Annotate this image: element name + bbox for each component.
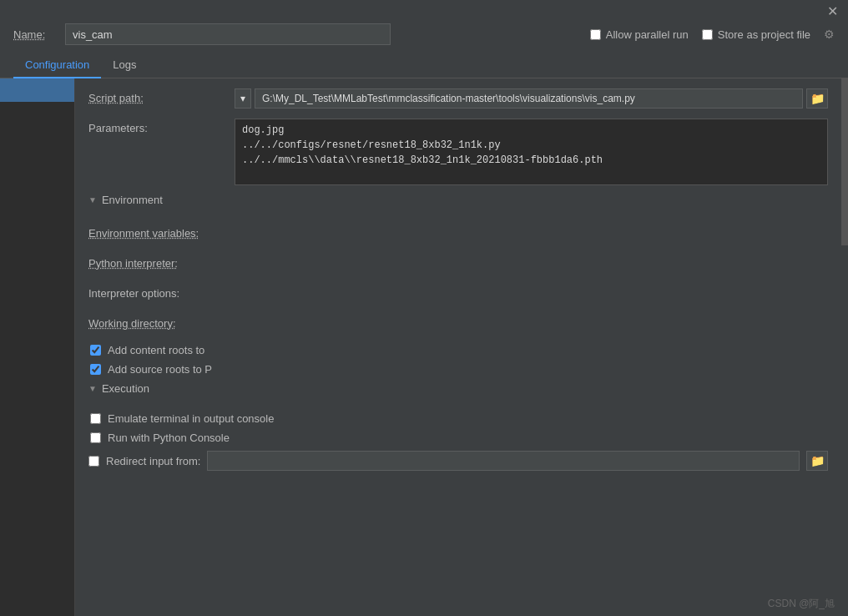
run-configuration-dialog: ✕ Name: Allow parallel run Store as proj… xyxy=(0,0,848,616)
script-path-row: Script path: ▾ 📁 xyxy=(88,88,828,110)
parameters-label: Parameters: xyxy=(88,119,235,134)
tab-configuration[interactable]: Configuration xyxy=(13,53,101,78)
add-content-roots-label[interactable]: Add content roots to xyxy=(108,344,204,356)
store-as-project-file-text: Store as project file xyxy=(718,28,810,41)
execution-section-header[interactable]: ▼ Execution xyxy=(88,382,149,395)
scrollbar-thumb[interactable] xyxy=(841,78,848,245)
env-variables-row: Environment variables: xyxy=(88,224,828,245)
python-interpreter-label: Python interpreter: xyxy=(88,254,235,270)
store-as-project-file-checkbox[interactable] xyxy=(702,29,713,40)
tabs-row: Configuration Logs xyxy=(0,53,848,78)
store-as-project-file-label[interactable]: Store as project file xyxy=(702,28,810,41)
emulate-terminal-label[interactable]: Emulate terminal in output console xyxy=(108,412,274,425)
folder-icon: 📁 xyxy=(810,92,825,105)
name-label: Name: xyxy=(13,28,55,41)
emulate-terminal-row: Emulate terminal in output console xyxy=(88,412,828,425)
allow-parallel-run-label[interactable]: Allow parallel run xyxy=(590,28,689,41)
add-source-roots-row: Add source roots to P xyxy=(88,363,828,376)
environment-section-row: ▼ Environment xyxy=(88,194,828,215)
script-path-controls: ▾ 📁 xyxy=(235,88,828,109)
working-directory-label: Working directory: xyxy=(88,314,235,330)
execution-triangle-icon: ▼ xyxy=(88,384,97,393)
redirect-input-field[interactable] xyxy=(207,451,800,471)
scrollbar-track[interactable] xyxy=(841,78,848,616)
main-content: Script path: ▾ 📁 Parameters: dog.jpg xyxy=(0,78,848,616)
chevron-down-icon: ▾ xyxy=(240,93,245,104)
parameters-input[interactable]: dog.jpg ../../configs/resnet/resnet18_8x… xyxy=(235,119,828,185)
allow-parallel-run-checkbox[interactable] xyxy=(590,29,601,40)
redirect-browse-button[interactable]: 📁 xyxy=(806,451,828,471)
redirect-input-row: Redirect input from: 📁 xyxy=(88,451,828,471)
close-button[interactable]: ✕ xyxy=(824,5,841,18)
redirect-input-checkbox[interactable] xyxy=(88,456,99,467)
env-variables-label: Environment variables: xyxy=(88,224,235,240)
sidebar-selected-item[interactable] xyxy=(0,78,74,102)
script-path-label: Script path: xyxy=(88,88,235,104)
environment-label: Environment xyxy=(102,194,163,206)
script-path-input[interactable] xyxy=(255,88,803,109)
parameters-row: Parameters: dog.jpg ../../configs/resnet… xyxy=(88,119,828,185)
execution-section-row: ▼ Execution xyxy=(88,382,828,404)
config-content: Script path: ▾ 📁 Parameters: dog.jpg xyxy=(75,78,841,616)
run-python-console-checkbox[interactable] xyxy=(90,432,101,443)
title-bar: ✕ xyxy=(0,0,848,20)
run-python-console-label[interactable]: Run with Python Console xyxy=(108,432,230,444)
script-path-dropdown[interactable]: ▾ xyxy=(235,88,251,109)
left-sidebar xyxy=(0,78,75,616)
header-row: Name: Allow parallel run Store as projec… xyxy=(0,20,848,53)
add-content-roots-checkbox[interactable] xyxy=(90,345,101,356)
interpreter-options-row: Interpreter options: xyxy=(88,284,828,305)
close-icon: ✕ xyxy=(827,4,838,18)
python-interpreter-row: Python interpreter: xyxy=(88,254,828,275)
tab-logs[interactable]: Logs xyxy=(101,53,148,78)
script-path-browse-button[interactable]: 📁 xyxy=(806,88,828,109)
allow-parallel-run-text: Allow parallel run xyxy=(606,28,689,41)
interpreter-options-label: Interpreter options: xyxy=(88,284,235,300)
execution-label: Execution xyxy=(102,382,149,395)
watermark: CSDN @阿_旭 xyxy=(768,597,835,611)
working-directory-row: Working directory: xyxy=(88,314,828,336)
config-panel: Script path: ▾ 📁 Parameters: dog.jpg xyxy=(75,78,841,487)
add-content-roots-row: Add content roots to xyxy=(88,344,828,356)
environment-section-header[interactable]: ▼ Environment xyxy=(88,194,163,206)
folder-icon-redirect: 📁 xyxy=(810,454,825,467)
run-python-console-row: Run with Python Console xyxy=(88,432,828,444)
environment-triangle-icon: ▼ xyxy=(88,195,97,204)
emulate-terminal-checkbox[interactable] xyxy=(90,413,101,424)
add-source-roots-label[interactable]: Add source roots to P xyxy=(108,363,212,376)
add-source-roots-checkbox[interactable] xyxy=(90,364,101,375)
name-input[interactable] xyxy=(65,23,391,45)
header-options: Allow parallel run Store as project file… xyxy=(590,28,835,41)
redirect-input-label[interactable]: Redirect input from: xyxy=(106,455,200,467)
gear-icon[interactable]: ⚙ xyxy=(824,28,835,41)
